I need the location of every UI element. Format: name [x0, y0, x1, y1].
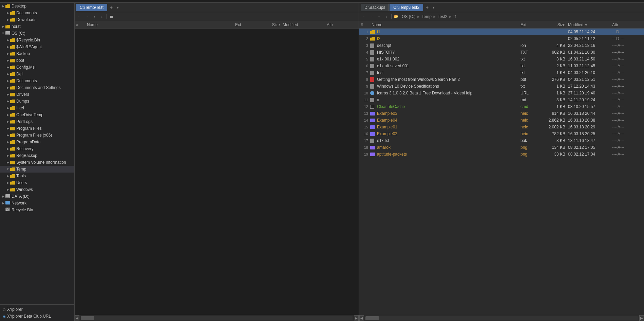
- file-row-14[interactable]: 14Example04heic2.862 KB16.03.18 20:38---…: [359, 117, 644, 124]
- expand-icon-recovery[interactable]: ▶: [6, 147, 10, 150]
- sidebar-item-intel[interactable]: ▶Intel: [0, 105, 74, 111]
- file-row-11[interactable]: 11xmd3 KB14.11.20 19:24----A---: [359, 96, 644, 103]
- expand-icon-recycle-bin[interactable]: [1, 208, 5, 212]
- right-col-modified[interactable]: Modified ▼: [568, 22, 612, 27]
- left-scroll-left[interactable]: ◀: [75, 315, 79, 321]
- sidebar-item-perflogs[interactable]: ▶PerfLogs: [0, 118, 74, 125]
- breadcrumb-test2[interactable]: Test2: [438, 14, 448, 19]
- expand-icon-temp[interactable]: ▼: [6, 167, 10, 171]
- right-h-scrollbar[interactable]: [365, 316, 638, 320]
- left-col-size[interactable]: Size: [255, 22, 283, 27]
- sidebar-item-network[interactable]: ▶Network: [0, 200, 74, 207]
- right-forward-btn[interactable]: →: [368, 13, 375, 20]
- left-tab-dropdown[interactable]: ▾: [115, 4, 121, 11]
- right-tab-1[interactable]: D:\Backups: [361, 4, 389, 11]
- left-h-scrollbar[interactable]: [81, 316, 353, 320]
- sidebar-item-program-files[interactable]: ▶Program Files: [0, 125, 74, 132]
- left-file-list[interactable]: [75, 29, 359, 315]
- file-row-18[interactable]: 18amarokpng134 KB08.02.12 17:05----A---: [359, 144, 644, 151]
- file-row-15[interactable]: 15Example01heic2.002 KB16.03.18 20:29---…: [359, 124, 644, 130]
- left-col-name[interactable]: Name: [86, 22, 235, 27]
- left-tab-add[interactable]: +: [108, 4, 115, 11]
- left-scroll-right[interactable]: ▶: [354, 315, 359, 321]
- sidebar-item-tools[interactable]: ▶Tools: [0, 173, 74, 179]
- sidebar-item-recycle-bin[interactable]: ♻Recycle Bin: [0, 207, 74, 213]
- left-tab-1[interactable]: C:\Temp\Test: [76, 4, 107, 11]
- right-tab-dropdown[interactable]: ▾: [431, 4, 437, 11]
- right-col-ext[interactable]: Ext: [520, 22, 541, 27]
- expand-icon-programdata[interactable]: ▶: [6, 140, 10, 144]
- right-col-name[interactable]: Name: [370, 22, 520, 27]
- expand-icon-boot[interactable]: ▶: [6, 59, 10, 62]
- expand-icon-os-c[interactable]: ▼: [1, 32, 5, 35]
- expand-icon-recycle-bin-c[interactable]: ▶: [6, 38, 10, 42]
- file-row-12[interactable]: 12ClearTileCachecmd1 KB03.10.20 15:57---…: [359, 103, 644, 110]
- file-row-4[interactable]: 4HISTORYTXT902 KB01.04.21 10:00----A---: [359, 49, 644, 56]
- file-row-7[interactable]: 7testtxt1 KB04.03.21 20:10----A---: [359, 69, 644, 76]
- file-row-19[interactable]: 19aptitude-packetspng33 KB08.02.12 17:04…: [359, 151, 644, 158]
- left-refresh-btn[interactable]: ↓: [98, 13, 105, 20]
- file-row-1[interactable]: 1f104.05.21 14:24---D----: [359, 29, 644, 35]
- expand-icon-config-msi[interactable]: ▶: [6, 66, 10, 69]
- sidebar-item-regbackup[interactable]: ▶RegBackup: [0, 152, 74, 159]
- right-col-size[interactable]: Size: [541, 22, 568, 27]
- left-col-ext[interactable]: Ext: [235, 22, 255, 27]
- sidebar-item-horst[interactable]: ▶horst: [0, 23, 74, 30]
- right-col-attr[interactable]: Attr: [612, 22, 643, 27]
- file-row-3[interactable]: 3description4 KB23.04.21 18:16----A---: [359, 42, 644, 49]
- right-tab-2[interactable]: C:\Temp\Test2: [390, 4, 423, 11]
- sidebar-item-users[interactable]: ▶Users: [0, 179, 74, 186]
- sidebar-item-program-files-x86[interactable]: ▶Program Files (x86): [0, 132, 74, 139]
- file-row-9[interactable]: 9Windows 10 Device Specificationstxt1 KB…: [359, 83, 644, 90]
- breadcrumb-temp[interactable]: Temp: [422, 14, 432, 19]
- expand-icon-tools[interactable]: ▶: [6, 174, 10, 178]
- expand-icon-dell[interactable]: ▶: [6, 72, 10, 76]
- sidebar-item-system-volume[interactable]: ▶System Volume Information: [0, 159, 74, 166]
- expand-icon-desktop[interactable]: ▶: [1, 4, 5, 8]
- file-row-5[interactable]: 5e1x 001.002txt3 KB16.03.21 14:50----A--…: [359, 56, 644, 63]
- expand-icon-backup[interactable]: ▶: [6, 52, 10, 55]
- expand-icon-winreagent[interactable]: ▶: [6, 45, 10, 49]
- expand-icon-data-d[interactable]: ▶: [1, 195, 5, 198]
- right-up-btn[interactable]: ↑: [376, 13, 382, 20]
- right-file-list[interactable]: 1f104.05.21 14:24---D----2f202.05.21 11:…: [359, 29, 644, 315]
- left-back-btn[interactable]: ←: [76, 13, 83, 20]
- right-back-btn[interactable]: ←: [361, 13, 367, 20]
- expand-icon-horst[interactable]: ▶: [1, 25, 5, 28]
- file-row-13[interactable]: 13Example03heic914 KB16.03.18 20:44----A…: [359, 110, 644, 117]
- expand-icon-downloads[interactable]: ▶: [6, 18, 10, 21]
- sidebar-item-winreagent[interactable]: ▶$WinREAgent: [0, 43, 74, 50]
- expand-icon-system-volume[interactable]: ▶: [6, 161, 10, 164]
- expand-icon-drivers[interactable]: ▶: [6, 93, 10, 96]
- left-col-modified[interactable]: Modified: [283, 22, 327, 27]
- sidebar-item-documents2[interactable]: ▶Documents: [0, 77, 74, 84]
- sidebar-item-drivers[interactable]: ▶Drivers: [0, 91, 74, 98]
- sidebar-item-windows[interactable]: ▶Windows: [0, 186, 74, 193]
- expand-icon-regbackup[interactable]: ▶: [6, 154, 10, 157]
- right-scroll-right[interactable]: ▶: [639, 315, 644, 321]
- file-row-16[interactable]: 16Example02heic782 KB16.03.18 20:25----A…: [359, 130, 644, 137]
- expand-icon-network[interactable]: ▶: [1, 201, 5, 205]
- left-menu-btn[interactable]: ☰: [108, 13, 115, 20]
- expand-icon-windows[interactable]: ▶: [6, 188, 10, 191]
- left-col-attr[interactable]: Attr: [327, 22, 357, 27]
- expand-icon-program-files-x86[interactable]: ▶: [6, 133, 10, 137]
- sidebar-item-dell[interactable]: ▶Dell: [0, 71, 74, 77]
- sidebar-item-desktop[interactable]: ▶Desktop: [0, 3, 74, 10]
- file-row-10[interactable]: 10Icaros 3.1.0 3.2.0 Beta 1 Free Downloa…: [359, 90, 644, 96]
- expand-icon-dumps[interactable]: ▶: [6, 100, 10, 103]
- file-row-2[interactable]: 2f202.05.21 11:12---D----: [359, 35, 644, 42]
- expand-icon-perflogs[interactable]: ▶: [6, 120, 10, 123]
- right-scroll-left[interactable]: ◀: [359, 315, 364, 321]
- breadcrumb-os[interactable]: OS (C:): [402, 14, 416, 19]
- expand-icon-onedriv-temp[interactable]: ▶: [6, 113, 10, 117]
- sidebar-item-dumps[interactable]: ▶Dumps: [0, 98, 74, 105]
- expand-icon-program-files[interactable]: ▶: [6, 127, 10, 130]
- right-tab-add[interactable]: +: [424, 4, 431, 11]
- expand-icon-documents2[interactable]: ▶: [6, 79, 10, 83]
- expand-icon-users[interactable]: ▶: [6, 181, 10, 184]
- right-breadcrumb-icon[interactable]: 📂: [393, 13, 400, 20]
- left-forward-btn[interactable]: →: [83, 13, 90, 20]
- file-row-8[interactable]: 8Getting the most from Windows Search Pa…: [359, 76, 644, 83]
- sidebar-footer-url[interactable]: ◉ XYplorer Beta Club.URL: [1, 313, 73, 320]
